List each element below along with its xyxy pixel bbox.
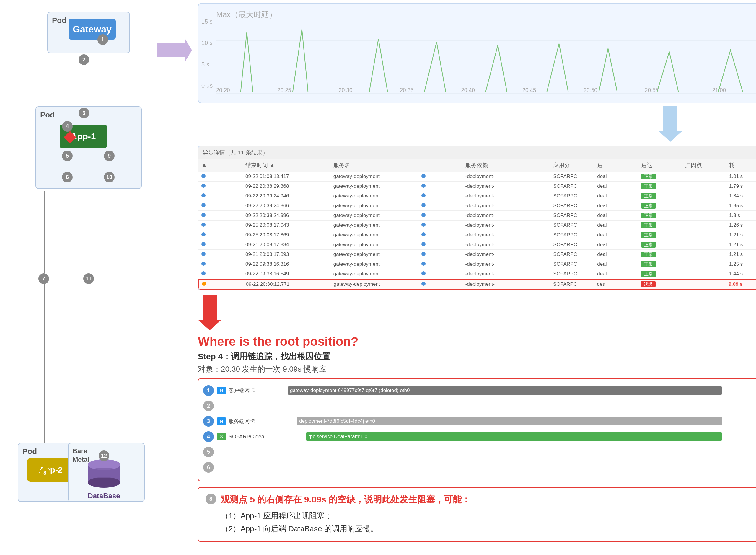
table-row-highlighted[interactable]: 09-22 20:30:12.771 gateway-deployment -d… (199, 279, 756, 290)
trace-row-4: 4 S SOFARPC deal rpc.service.DealParam:1… (203, 430, 756, 443)
chart-y-labels: 15 s 10 s 5 s 0 μs (201, 18, 213, 89)
trace-row-6: 6 (203, 461, 756, 474)
svg-text:21:00: 21:00 (712, 87, 726, 93)
node-3: 3 (79, 108, 89, 118)
conn-11-db (89, 284, 89, 443)
trace-type-3: N (217, 418, 226, 425)
svg-text:20:20: 20:20 (216, 87, 230, 93)
gateway-button[interactable]: Gateway (69, 19, 116, 40)
table-row[interactable]: 09-25 20:08:17.869 gateway-deployment -d… (199, 230, 756, 240)
database-icon: DataBase (85, 458, 123, 490)
node-11: 11 (83, 273, 94, 284)
database-label: DataBase (85, 492, 123, 500)
node-1: 1 (97, 34, 108, 45)
root-cause-desc: 对象：20:30 发生的一次 9.09s 慢响应 (198, 364, 756, 374)
node-2: 2 (79, 54, 89, 65)
trace-duration-3: 9.09s (745, 418, 756, 425)
svg-point-4 (88, 468, 120, 478)
trace-table: 异步详情（共 11 条结果） ▲ 结束时间 ▲ 服务名 服务依赖 应用分... … (198, 146, 756, 290)
observation-item-2: （2）App-1 向后端 DataBase 的调用响应慢。 (221, 522, 470, 535)
node-10: 10 (104, 172, 115, 182)
observation-box: 8 观测点 5 的右侧存在 9.09s 的空缺，说明此处发生阻塞，可能： （1）… (198, 487, 756, 542)
conn-6-7 (44, 191, 45, 273)
svg-text:20:35: 20:35 (400, 87, 414, 93)
table-row[interactable]: 09-22 20:39:24.866 gateway-deployment -d… (199, 201, 756, 211)
trace-type-1: N (217, 387, 226, 394)
observation-item-1: （1）App-1 应用程序出现阻塞； (221, 509, 470, 522)
trace-bar-3: deployment-7d8f6fc5df-4dc4j eth0 (288, 417, 745, 425)
trace-row-3: 3 N 服务端网卡 deployment-7d8f6fc5df-4dc4j et… (203, 415, 756, 428)
app2-pod-label: Pod (23, 447, 37, 456)
table-row[interactable]: 09-22 20:38:29.368 gateway-deployment -d… (199, 181, 756, 191)
trace-waterfall: 1 N 客户端网卡 gateway-deployment-649977c9f7-… (198, 379, 756, 481)
table-row[interactable]: 09-22 09:38:16.549 gateway-deployment -d… (199, 269, 756, 279)
app2-button[interactable]: App-2 (27, 458, 74, 482)
node-4: 4 (62, 121, 73, 132)
trace-num-5: 5 (203, 447, 214, 457)
node-9: 9 (104, 151, 115, 161)
trace-num-1: 1 (203, 385, 214, 396)
purple-arrow (157, 38, 192, 63)
node-5: 5 (62, 151, 73, 161)
chart-container: Max（最大时延） 15 s 10 s 5 s 0 μs 20:20 20:25… (198, 3, 756, 103)
node-8: 8 (40, 468, 50, 478)
trace-num-4: 4 (203, 431, 214, 442)
trace-num-3: 3 (203, 416, 214, 427)
table-row[interactable]: 09-21 20:08:17.834 gateway-deployment -d… (199, 240, 756, 250)
chart-svg: 20:20 20:25 20:30 20:35 20:40 20:45 20:5… (216, 23, 756, 94)
svg-text:20:55: 20:55 (645, 87, 659, 93)
table-row[interactable]: 09-22 09:38:16.316 gateway-deployment -d… (199, 259, 756, 269)
root-cause-step: Step 4：调用链追踪，找出根因位置 (198, 351, 756, 362)
trace-num-2: 2 (203, 400, 214, 411)
conn-7-app2 (44, 284, 45, 443)
app1-pod-box: Pod 4 App-1 5 9 6 10 (35, 106, 142, 189)
svg-text:20:25: 20:25 (277, 87, 291, 93)
table-row[interactable]: 09-22 20:38:24.996 gateway-deployment -d… (199, 211, 756, 220)
svg-point-2 (88, 477, 120, 488)
gateway-pod-box: Pod Gateway 1 (47, 12, 130, 53)
trace-row-2: 2 (203, 399, 756, 413)
trace-type-4: S (217, 433, 226, 440)
red-arrow-container (198, 295, 756, 332)
trace-label-1: 客户端网卡 (228, 387, 288, 394)
table-row[interactable]: 09-22 01:08:13.417 gateway-deployment -d… (199, 172, 756, 181)
trace-row-5: 5 (203, 445, 756, 459)
svg-text:20:45: 20:45 (522, 87, 536, 93)
trace-label-4: SOFARPC deal (228, 434, 288, 440)
svg-text:20:40: 20:40 (461, 87, 475, 93)
conn-2-3 (84, 65, 84, 108)
table-section-header: 异步详情（共 11 条结果） (199, 146, 756, 159)
table-row[interactable]: 09-22 20:39:24.946 gateway-deployment -d… (199, 191, 756, 201)
trace-label-3: 服务端网卡 (228, 418, 288, 425)
app1-pod-label: Pod (40, 111, 55, 120)
gateway-pod-label: Pod (52, 16, 67, 25)
node-12: 12 (99, 451, 109, 461)
node-6: 6 (62, 172, 73, 182)
trace-duration-1: 9.09s (745, 388, 756, 394)
svg-text:20:30: 20:30 (339, 87, 352, 93)
conn-10-11 (89, 191, 89, 273)
observation-title: 观测点 5 的右侧存在 9.09s 的空缺，说明此处发生阻塞，可能： (221, 494, 470, 506)
topology-panel: Pod Gateway 1 2 3 Pod 4 App-1 5 9 6 10 (12, 6, 148, 549)
baremetal-box: Bare Metal DataBase 12 (68, 443, 145, 502)
light-blue-arrow (659, 106, 744, 143)
node-7: 7 (38, 273, 49, 284)
trace-bar-4: rpc.service.DealParam:1.0 (288, 432, 745, 441)
svg-text:20:50: 20:50 (584, 87, 597, 93)
right-panel: Max（最大时延） 15 s 10 s 5 s 0 μs 20:20 20:25… (157, 3, 744, 542)
table-row[interactable]: 09-25 20:08:17.043 gateway-deployment -d… (199, 220, 756, 230)
root-cause-section: Where is the root position? Step 4：调用链追踪… (198, 295, 756, 542)
obs-num-8: 8 (206, 494, 216, 504)
table-row[interactable]: 09-21 20:08:17.893 gateway-deployment -d… (199, 250, 756, 259)
chart-title: Max（最大时延） (216, 9, 756, 20)
trace-row-1: 1 N 客户端网卡 gateway-deployment-649977c9f7-… (203, 384, 756, 397)
trace-num-6: 6 (203, 462, 214, 473)
root-cause-title: Where is the root position? (198, 335, 756, 349)
table-header-row: ▲ 结束时间 ▲ 服务名 服务依赖 应用分... 遭... 遭迟... 归因点 … (199, 159, 756, 172)
trace-bar-1: gateway-deployment-649977c9f7-qt6r7 (del… (288, 386, 745, 395)
trace-duration-4: 9.09s (745, 434, 756, 440)
